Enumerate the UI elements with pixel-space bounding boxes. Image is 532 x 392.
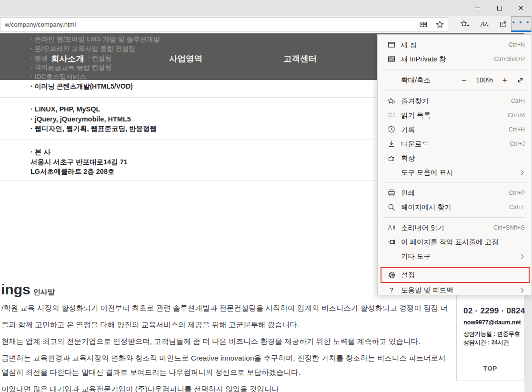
menu-item-shortcut: Ctrl+Shift+G xyxy=(493,224,525,231)
menu-separator xyxy=(383,90,526,91)
menu-separator xyxy=(383,69,526,70)
tech-list: · LINUX, PHP, MySQL · jQuery, jQuerymobi… xyxy=(30,104,157,134)
menu-item-shortcut: Ctrl+N xyxy=(509,41,525,48)
print-icon xyxy=(387,189,396,197)
menu-item-label: 즐겨찾기 xyxy=(401,97,511,106)
add-favorite-button[interactable] xyxy=(432,18,448,31)
menu-item-shortcut: Ctrl+P xyxy=(509,190,525,196)
reading-view-button[interactable] xyxy=(415,18,432,31)
address-line: · 본 사 xyxy=(30,147,128,157)
menu-item-show-in-toolbar[interactable]: 도구 모음에 표시 xyxy=(378,165,532,180)
list-item: · IDC호스팅서비스 xyxy=(30,72,160,82)
more-ellipsis-icon: • • • xyxy=(512,19,530,26)
zoom-in-button[interactable]: + xyxy=(500,76,510,85)
maximize-button[interactable] xyxy=(489,0,510,16)
menu-item-label: 새 InPrivate 창 xyxy=(401,55,494,64)
download-icon xyxy=(387,140,396,148)
menu-item-label: 도구 모음에 표시 xyxy=(401,168,520,177)
menu-item-find-on-page[interactable]: 페이지에서 찾기 Ctrl+F xyxy=(378,200,532,214)
greeting-paragraph: 열심히 최선을 다한다는 말대신 결과로 보여드리는 나우컴퍼니의 정신으로 보… xyxy=(1,368,301,378)
url-text[interactable]: w/company/company.html xyxy=(5,21,415,28)
contact-phone: 02 · 2299 · 0824 xyxy=(463,306,525,316)
menu-item-zoom: 확대/축소 − 100% + xyxy=(378,72,532,88)
list-item: · jQuery, jQuerymobile, HTML5 xyxy=(30,114,157,124)
menu-item-label: 다운로드 xyxy=(401,140,510,149)
edge-more-menu: 새 창 Ctrl+N 새 InPrivate 창 Ctrl+Shift+P 확대… xyxy=(377,34,532,295)
menu-separator xyxy=(383,217,526,218)
minimize-icon xyxy=(475,8,480,9)
nav-item-customer[interactable]: 고객센터 xyxy=(279,51,321,66)
menu-item-new-window[interactable]: 새 창 Ctrl+N xyxy=(378,38,532,52)
address-bar[interactable]: w/company/company.html xyxy=(0,17,448,31)
menu-item-shortcut: Ctrl+Shift+P xyxy=(494,56,525,62)
nav-item-business[interactable]: 사업영역 xyxy=(165,51,207,66)
menu-item-favorites[interactable]: 즐겨찾기 Ctrl+I xyxy=(378,94,532,108)
menu-item-label: 새 창 xyxy=(401,40,509,50)
minimize-button[interactable] xyxy=(467,0,488,16)
browser-toolbar: w/company/company.html xyxy=(0,16,532,32)
menu-item-label: 설정 xyxy=(401,271,525,280)
nav-item-company[interactable]: 회사소개 xyxy=(47,51,89,66)
greetings-heading-en: ings xyxy=(1,281,30,297)
svg-text:?: ? xyxy=(390,286,393,294)
top-button[interactable]: TOP xyxy=(457,356,524,381)
inprivate-icon xyxy=(387,55,396,63)
greeting-paragraph: 이었다면 많은 대기업과 교육전문기업이 (주)나우컴퍼니를 선택하지 않았을 … xyxy=(1,384,279,392)
greetings-heading-ko: 인사말 xyxy=(33,288,55,296)
menu-item-read-aloud[interactable]: A 소리내어 읽기 Ctrl+Shift+G xyxy=(378,221,532,235)
settings-and-more-button[interactable]: • • • xyxy=(511,16,532,32)
menu-item-label: 이 페이지를 작업 표시줄에 고정 xyxy=(401,238,525,247)
menu-item-reading-list[interactable]: 읽기 목록 Ctrl+M xyxy=(378,108,532,122)
fullscreen-button[interactable] xyxy=(517,77,524,84)
menu-item-downloads[interactable]: 다운로드 Ctrl+J xyxy=(378,137,532,151)
menu-item-shortcut: Ctrl+H xyxy=(509,126,525,133)
new-window-icon xyxy=(387,40,396,49)
find-magnifier-icon xyxy=(387,203,396,211)
web-note-button[interactable] xyxy=(475,16,494,32)
menu-item-label: 소리내어 읽기 xyxy=(401,223,493,232)
favorites-star-icon xyxy=(387,97,396,105)
ink-pen-icon xyxy=(480,20,489,28)
help-question-icon: ? xyxy=(387,286,396,294)
zoom-label: 확대/축소 xyxy=(401,76,459,85)
zoom-controls: − 100% + xyxy=(459,76,525,85)
menu-item-extensions[interactable]: 확장 xyxy=(378,151,532,165)
contact-email: now9977@daum.net xyxy=(463,319,521,326)
fullscreen-icon xyxy=(517,77,524,84)
favorites-hub-icon xyxy=(461,20,470,28)
maximize-icon xyxy=(497,6,502,10)
history-clock-icon xyxy=(387,125,396,134)
submenu-chevron-icon xyxy=(519,288,524,292)
contact-widget: 02 · 2299 · 0824 now9977@daum.net 상담가능일 … xyxy=(456,293,524,381)
table-column-divider xyxy=(24,80,24,181)
menu-item-settings[interactable]: 설정 xyxy=(378,267,532,283)
greetings-heading: ings인사말 xyxy=(1,281,55,298)
greeting-paragraph: 급변하는 교육환경과 교육시장의 변화와 창조적 마인드로 Creative i… xyxy=(1,353,446,363)
read-aloud-icon: A xyxy=(387,223,396,232)
title-bar: ✕ xyxy=(0,0,532,16)
menu-item-help-feedback[interactable]: ? 도움말 및 피드백 xyxy=(378,283,532,295)
greeting-paragraph: 현재는 업계 최고의 전문기업으로 인정받으며, 고객님들께 좀 더 나은 비즈… xyxy=(1,337,420,347)
zoom-level-value: 100% xyxy=(476,76,493,84)
zoom-out-button[interactable]: − xyxy=(459,76,469,85)
menu-separator xyxy=(383,182,526,183)
menu-item-more-tools[interactable]: 기타 도구 xyxy=(378,249,532,263)
menu-item-label: 인쇄 xyxy=(401,189,509,198)
close-button[interactable]: ✕ xyxy=(510,0,532,16)
menu-item-label: 확장 xyxy=(401,154,525,163)
favorites-hub-button[interactable] xyxy=(456,16,475,32)
menu-item-new-inprivate-window[interactable]: 새 InPrivate 창 Ctrl+Shift+P xyxy=(378,52,532,66)
menu-item-pin-to-taskbar[interactable]: 이 페이지를 작업 표시줄에 고정 xyxy=(378,235,532,249)
extensions-puzzle-icon xyxy=(387,154,396,162)
add-favorite-star-icon xyxy=(436,20,444,29)
share-button[interactable] xyxy=(494,16,513,32)
menu-item-print[interactable]: 인쇄 Ctrl+P xyxy=(378,186,532,200)
list-item: · 웹디자인, 웹기획, 웹표준코딩, 반응형웹 xyxy=(30,124,157,134)
submenu-chevron-icon xyxy=(519,254,524,259)
greeting-paragraph: 들과 함께 고민하고 온 열정을 다해 양질의 교육서비스의 제공을 위해 고군… xyxy=(1,320,299,330)
menu-item-label: 기타 도구 xyxy=(401,252,520,261)
menu-item-shortcut: Ctrl+J xyxy=(510,141,525,147)
menu-item-history[interactable]: 기록 Ctrl+H xyxy=(378,122,532,137)
svg-text:A: A xyxy=(388,224,391,231)
list-item: · LINUX, PHP, MySQL xyxy=(30,104,157,114)
